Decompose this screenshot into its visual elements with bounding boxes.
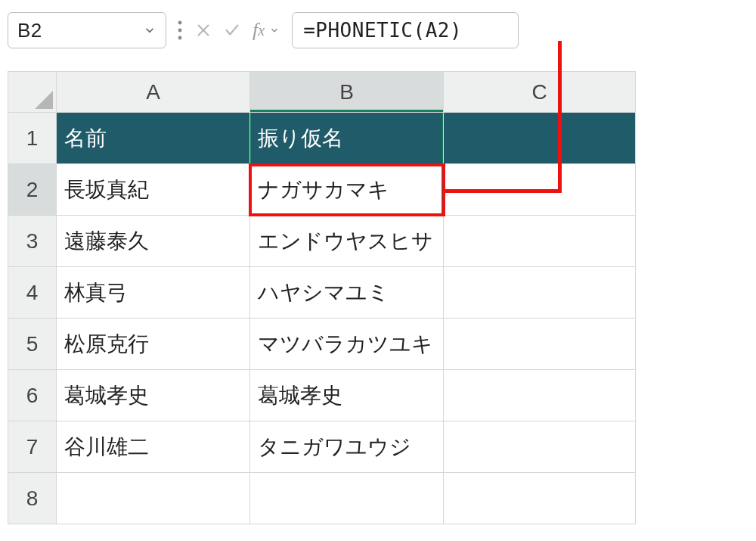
row-header-8[interactable]: 8 bbox=[8, 473, 57, 524]
name-box[interactable]: B2 bbox=[8, 12, 166, 48]
confirm-icon[interactable] bbox=[222, 22, 242, 39]
row-header-4[interactable]: 4 bbox=[8, 267, 57, 319]
formula-bar: B2 fx =PHONETIC(A2) bbox=[8, 8, 756, 53]
cell-B7[interactable]: タニガワユウジ bbox=[250, 421, 444, 473]
cell-A8[interactable] bbox=[57, 473, 250, 524]
col-header-A[interactable]: A bbox=[57, 72, 250, 113]
row-header-2[interactable]: 2 bbox=[8, 164, 57, 216]
cell-C5[interactable] bbox=[444, 319, 636, 370]
cell-B4[interactable]: ハヤシマユミ bbox=[250, 267, 444, 319]
insert-function-button[interactable]: fx bbox=[253, 19, 280, 42]
cell-B1[interactable]: 振り仮名 bbox=[250, 113, 444, 164]
cell-C1[interactable] bbox=[444, 113, 636, 164]
col-header-C[interactable]: C bbox=[444, 72, 636, 113]
cell-C7[interactable] bbox=[444, 421, 636, 473]
cell-C4[interactable] bbox=[444, 267, 636, 319]
formula-text: =PHONETIC(A2) bbox=[303, 19, 462, 42]
row-header-1[interactable]: 1 bbox=[8, 113, 57, 164]
name-box-value: B2 bbox=[17, 19, 42, 42]
cell-A3[interactable]: 遠藤泰久 bbox=[57, 216, 250, 267]
svg-point-0 bbox=[178, 21, 182, 25]
select-all-corner[interactable] bbox=[8, 72, 57, 113]
row-header-6[interactable]: 6 bbox=[8, 370, 57, 421]
spreadsheet-grid[interactable]: A B C 1 名前 振り仮名 2 長坂真紀 ナガサカマキ 3 遠藤泰久 エンド… bbox=[8, 71, 636, 524]
cell-C8[interactable] bbox=[444, 473, 636, 524]
cell-A4[interactable]: 林真弓 bbox=[57, 267, 250, 319]
formula-tools: fx bbox=[194, 19, 284, 42]
cell-A7[interactable]: 谷川雄二 bbox=[57, 421, 250, 473]
col-header-B[interactable]: B bbox=[250, 72, 444, 113]
cell-B3[interactable]: エンドウヤスヒサ bbox=[250, 216, 444, 267]
cell-C2[interactable] bbox=[444, 164, 636, 216]
cell-A2[interactable]: 長坂真紀 bbox=[57, 164, 250, 216]
chevron-down-icon[interactable] bbox=[143, 23, 156, 37]
cell-A1[interactable]: 名前 bbox=[57, 113, 250, 164]
svg-point-1 bbox=[178, 29, 182, 33]
cell-C3[interactable] bbox=[444, 216, 636, 267]
row-header-3[interactable]: 3 bbox=[8, 216, 57, 267]
cell-B6[interactable]: 葛城孝史 bbox=[250, 370, 444, 421]
formula-input[interactable]: =PHONETIC(A2) bbox=[292, 12, 519, 48]
cell-B8[interactable] bbox=[250, 473, 444, 524]
cell-B2[interactable]: ナガサカマキ bbox=[250, 164, 444, 216]
row-header-7[interactable]: 7 bbox=[8, 421, 57, 473]
row-header-5[interactable]: 5 bbox=[8, 319, 57, 370]
cell-A6[interactable]: 葛城孝史 bbox=[57, 370, 250, 421]
svg-point-2 bbox=[178, 36, 182, 40]
cell-A5[interactable]: 松原克行 bbox=[57, 319, 250, 370]
cell-C6[interactable] bbox=[444, 370, 636, 421]
cell-B5[interactable]: マツバラカツユキ bbox=[250, 319, 444, 370]
fx-icon: fx bbox=[253, 19, 265, 42]
more-icon[interactable] bbox=[174, 20, 186, 41]
cancel-icon[interactable] bbox=[195, 22, 212, 39]
